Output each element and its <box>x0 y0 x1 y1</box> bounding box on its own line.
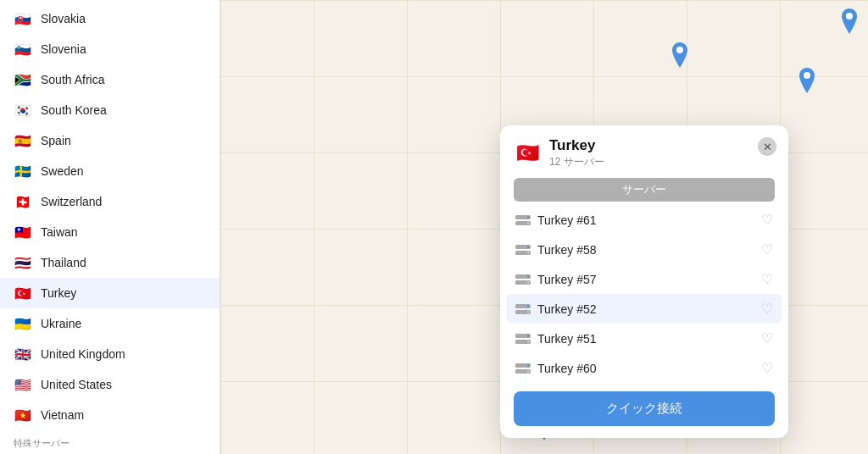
grid-vertical-line <box>220 0 221 454</box>
server-icon-6 <box>515 363 531 374</box>
favorite-button-2[interactable]: ♡ <box>761 241 773 257</box>
sidebar-item-spain[interactable]: 🇪🇸 Spain <box>0 125 220 156</box>
quick-connect-button[interactable]: クイック接続 <box>514 391 775 426</box>
sidebar-item-taiwan[interactable]: 🇹🇼 Taiwan <box>0 217 220 247</box>
server-icon-3 <box>515 274 531 285</box>
server-row-5[interactable]: Turkey #51 ♡ <box>507 324 782 353</box>
grid-horizontal-line <box>220 0 868 1</box>
svg-rect-29 <box>527 364 529 367</box>
sidebar-item-united-kingdom[interactable]: 🇬🇧 United Kingdom <box>0 339 220 369</box>
sidebar-item-united-states[interactable]: 🇺🇸 United States <box>0 369 220 400</box>
flag-united-kingdom: 🇬🇧 <box>14 345 32 363</box>
flag-sweden: 🇸🇪 <box>14 162 32 180</box>
svg-rect-25 <box>527 335 529 337</box>
grid-horizontal-line <box>220 76 868 77</box>
popup-flag: 🇹🇷 <box>514 140 541 167</box>
server-name-1: Turkey #61 <box>537 213 754 227</box>
country-label-taiwan: Taiwan <box>41 225 78 239</box>
popup-country-name: Turkey <box>549 137 604 154</box>
flag-spain: 🇪🇸 <box>14 131 32 150</box>
server-icon-5 <box>515 334 531 344</box>
sidebar-item-slovenia[interactable]: 🇸🇮 Slovenia <box>0 34 220 64</box>
server-row-6[interactable]: Turkey #60 ♡ <box>507 353 782 383</box>
sidebar: 🇸🇰 Slovakia 🇸🇮 Slovenia 🇿🇦 South Africa … <box>0 0 220 454</box>
server-name-2: Turkey #58 <box>537 243 754 257</box>
popup-title-group: Turkey 12 サーバー <box>549 137 604 169</box>
sidebar-item-south-africa[interactable]: 🇿🇦 South Africa <box>0 64 220 95</box>
server-name-3: Turkey #57 <box>537 273 754 286</box>
sidebar-item-turkey[interactable]: 🇹🇷 Turkey <box>0 278 220 308</box>
country-label-slovenia: Slovenia <box>41 42 86 56</box>
sidebar-item-switzerland[interactable]: 🇨🇭 Switzerland <box>0 186 220 217</box>
server-icon-1 <box>515 215 531 225</box>
favorite-button-4[interactable]: ♡ <box>761 301 773 317</box>
svg-rect-18 <box>527 281 529 284</box>
flag-united-states: 🇺🇸 <box>14 375 32 394</box>
server-list: Turkey #61 ♡ Turkey #58 ♡ Turkey #57 ♡ <box>507 205 782 383</box>
flag-ukraine: 🇺🇦 <box>14 314 32 333</box>
server-icon-4 <box>515 304 531 314</box>
svg-rect-22 <box>527 311 529 313</box>
map-pin-pin3[interactable] <box>839 8 860 34</box>
country-label-slovakia: Slovakia <box>41 12 86 25</box>
sidebar-item-vietnam[interactable]: 🇻🇳 Vietnam <box>0 400 220 430</box>
flag-thailand: 🇹🇭 <box>14 253 32 272</box>
svg-point-0 <box>676 47 683 53</box>
svg-rect-21 <box>527 305 529 307</box>
favorite-button-1[interactable]: ♡ <box>761 212 773 228</box>
country-label-south-africa: South Africa <box>41 73 105 86</box>
sidebar-item-slovakia[interactable]: 🇸🇰 Slovakia <box>0 3 220 34</box>
flag-slovakia: 🇸🇰 <box>14 9 32 28</box>
server-icon-2 <box>515 245 531 255</box>
flag-south-korea: 🇰🇷 <box>14 101 32 119</box>
svg-point-1 <box>804 72 810 79</box>
svg-rect-10 <box>527 222 529 224</box>
flag-south-africa: 🇿🇦 <box>14 70 32 89</box>
flag-slovenia: 🇸🇮 <box>14 40 32 58</box>
sidebar-item-thailand[interactable]: 🇹🇭 Thailand <box>0 247 220 278</box>
popup-close-button[interactable]: ✕ <box>758 137 776 156</box>
country-label-turkey: Turkey <box>41 286 76 300</box>
svg-rect-30 <box>527 370 529 373</box>
server-row-1[interactable]: Turkey #61 ♡ <box>507 205 782 235</box>
country-label-united-states: United States <box>41 378 112 391</box>
sidebar-item-south-korea[interactable]: 🇰🇷 South Korea <box>0 95 220 125</box>
map-area: 🇹🇷 Turkey 12 サーバー ✕ サーバー Turkey #61 ♡ <box>220 0 868 454</box>
popup-server-count: 12 サーバー <box>549 155 604 169</box>
special-servers-label: 特殊サーバー <box>0 430 220 453</box>
map-pin-pin2[interactable] <box>797 68 817 93</box>
favorite-button-6[interactable]: ♡ <box>761 360 773 376</box>
server-row-3[interactable]: Turkey #57 ♡ <box>507 264 782 294</box>
favorite-button-3[interactable]: ♡ <box>761 271 773 287</box>
sidebar-item-ukraine[interactable]: 🇺🇦 Ukraine <box>0 308 220 339</box>
country-label-vietnam: Vietnam <box>41 408 84 422</box>
svg-rect-26 <box>527 340 529 343</box>
country-label-spain: Spain <box>41 134 71 147</box>
sidebar-item-sweden[interactable]: 🇸🇪 Sweden <box>0 156 220 186</box>
popup-footer: クイック接続 <box>500 383 788 438</box>
grid-vertical-line <box>314 0 314 454</box>
svg-point-2 <box>846 13 853 19</box>
country-label-switzerland: Switzerland <box>41 195 102 208</box>
svg-rect-14 <box>527 252 529 254</box>
grid-vertical-line <box>407 0 408 454</box>
country-label-united-kingdom: United Kingdom <box>41 347 125 361</box>
popup-header: 🇹🇷 Turkey 12 サーバー ✕ <box>500 125 788 178</box>
map-pin-pin1[interactable] <box>670 42 690 68</box>
favorite-button-5[interactable]: ♡ <box>761 330 773 346</box>
country-label-south-korea: South Korea <box>41 103 107 117</box>
country-label-thailand: Thailand <box>41 256 86 269</box>
popup-section-label: サーバー <box>514 178 775 202</box>
server-row-2[interactable]: Turkey #58 ♡ <box>507 235 782 264</box>
flag-vietnam: 🇻🇳 <box>14 406 32 424</box>
flag-turkey: 🇹🇷 <box>14 284 32 302</box>
country-label-sweden: Sweden <box>41 164 84 178</box>
svg-rect-17 <box>527 275 529 278</box>
svg-rect-9 <box>527 216 529 219</box>
flag-switzerland: 🇨🇭 <box>14 192 32 211</box>
server-row-4[interactable]: Turkey #52 ♡ <box>507 294 782 324</box>
flag-taiwan: 🇹🇼 <box>14 223 32 241</box>
svg-rect-13 <box>527 246 529 248</box>
server-name-6: Turkey #60 <box>537 362 754 375</box>
server-name-4: Turkey #52 <box>537 302 754 316</box>
